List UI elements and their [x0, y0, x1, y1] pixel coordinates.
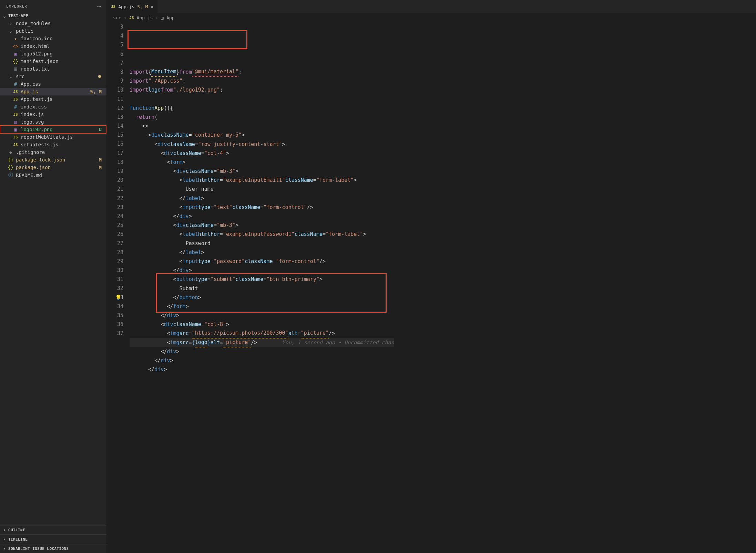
project-section-header[interactable]: ⌄ TEST-APP — [0, 12, 106, 20]
git-status-badge: 5, M — [90, 89, 104, 94]
git-icon: ◆ — [8, 149, 14, 155]
chevron-right-icon: › — [8, 21, 14, 26]
file-item[interactable]: {}manifest.json — [0, 58, 106, 65]
code-line[interactable]: </div> — [130, 311, 394, 320]
file-item[interactable]: ★favicon.ico — [0, 35, 106, 42]
code-area[interactable]: import { MenuItem } from "@mui/material"… — [130, 22, 408, 553]
code-line[interactable]: return ( — [130, 113, 394, 122]
code-line[interactable]: </div> — [130, 347, 394, 356]
code-line[interactable] — [130, 95, 394, 104]
line-number: 16 — [117, 139, 123, 148]
code-line[interactable]: </div> — [130, 356, 394, 365]
code-line[interactable]: </button> — [130, 293, 394, 302]
file-item[interactable]: JSindex.js — [0, 111, 106, 118]
code-line[interactable]: <input type="text" className="form-contr… — [130, 203, 394, 212]
file-item[interactable]: JSApp.test.js — [0, 95, 106, 103]
code-line[interactable]: <div className="row justify-content-star… — [130, 140, 394, 149]
git-status-badge: U — [99, 127, 104, 132]
breadcrumb-symbol[interactable]: App — [166, 15, 174, 20]
file-item[interactable]: {}package.jsonM — [0, 164, 106, 171]
tab-app-js[interactable]: JS App.js 5, M ✕ — [107, 0, 158, 13]
line-number: 25 — [117, 221, 123, 230]
folder-item[interactable]: ⌄src — [0, 73, 106, 80]
line-number: 12 — [117, 104, 123, 113]
file-item[interactable]: ≣robots.txt — [0, 65, 106, 73]
tree-item-label: index.html — [21, 43, 104, 49]
close-icon[interactable]: ✕ — [151, 4, 154, 9]
line-number: 14 — [117, 122, 123, 131]
file-item[interactable]: ▣logo512.png — [0, 50, 106, 58]
file-item[interactable]: <>index.html — [0, 42, 106, 50]
file-item[interactable]: #index.css — [0, 103, 106, 111]
line-number: 20 — [117, 176, 123, 185]
bottom-sections: ›OUTLINE›TIMELINE›SONARLINT ISSUE LOCATI… — [0, 525, 106, 553]
json-icon: {} — [8, 165, 14, 170]
file-item[interactable]: ◆.gitignore — [0, 148, 106, 156]
code-line[interactable]: User name — [130, 185, 394, 194]
code-line[interactable]: <img src="https://picsum.photos/200/300"… — [130, 329, 394, 338]
code-line[interactable]: Password — [130, 239, 394, 248]
file-item[interactable]: JSsetupTests.js — [0, 141, 106, 148]
chevron-down-icon: ⌄ — [8, 29, 14, 33]
code-line[interactable]: function App() { — [130, 104, 394, 113]
lightbulb-icon[interactable]: 💡 — [115, 293, 122, 302]
tree-item-label: .gitignore — [16, 149, 104, 155]
code-line[interactable]: <form> — [130, 158, 394, 167]
file-item[interactable]: ⓘREADME.md — [0, 171, 106, 179]
file-item[interactable]: ▣logo192.pngU — [0, 126, 106, 133]
js-icon: JS — [12, 135, 19, 139]
sidebar-section-sonarlint-issue-locations[interactable]: ›SONARLINT ISSUE LOCATIONS — [0, 544, 106, 553]
code-line[interactable]: </label> — [130, 194, 394, 203]
code-line[interactable]: <div className="mb-3"> — [130, 167, 394, 176]
code-line[interactable]: </label> — [130, 248, 394, 257]
code-line[interactable]: </div> — [130, 266, 394, 275]
sidebar-section-timeline[interactable]: ›TIMELINE — [0, 534, 106, 544]
js-icon: JS — [111, 4, 115, 9]
code-line[interactable]: </div> — [130, 365, 394, 374]
folder-item[interactable]: ⌄public — [0, 27, 106, 35]
line-number: 35 — [117, 311, 123, 320]
code-line[interactable]: <div className="mb-3"> — [130, 221, 394, 230]
sidebar-section-outline[interactable]: ›OUTLINE — [0, 525, 106, 534]
code-line[interactable]: import logo from "./logo192.png"; — [130, 85, 394, 94]
line-number: 19 — [117, 167, 123, 176]
explorer-more-icon[interactable]: ⋯ — [97, 3, 102, 10]
file-item[interactable]: ▧logo.svg — [0, 118, 106, 126]
chevron-down-icon: ⌄ — [8, 74, 14, 79]
tree-item-label: manifest.json — [21, 59, 104, 64]
explorer-sidebar: EXPLORER ⋯ ⌄ TEST-APP ›node_modules⌄publ… — [0, 0, 107, 553]
line-number: 9 — [117, 76, 123, 85]
breadcrumb[interactable]: src › JS App.js › ◫ App — [107, 13, 756, 22]
explorer-title: EXPLORER — [6, 4, 27, 9]
file-item[interactable]: JSreportWebVitals.js — [0, 133, 106, 141]
code-line[interactable]: </form> — [130, 302, 394, 311]
code-line[interactable]: import "./App.css"; — [130, 76, 394, 85]
breadcrumb-file[interactable]: App.js — [137, 15, 153, 20]
code-line[interactable]: <img src={logo} alt="picture" /> You, 1 … — [130, 338, 394, 347]
code-line[interactable]: <div className="container my-5"> — [130, 131, 394, 139]
file-item[interactable]: #App.css — [0, 80, 106, 88]
file-item[interactable]: {}package-lock.jsonM — [0, 156, 106, 164]
code-line[interactable]: <input type="password" className="form-c… — [130, 257, 394, 266]
folder-item[interactable]: ›node_modules — [0, 20, 106, 27]
code-editor[interactable]: 3456789101112131415161718192021222324252… — [107, 22, 756, 553]
code-line[interactable]: <div className="col-4"> — [130, 149, 394, 158]
dirty-dot-icon — [98, 75, 101, 78]
code-line[interactable]: </div> — [130, 212, 394, 221]
code-line[interactable]: <button type="submit" className="btn btn… — [130, 275, 394, 284]
code-line[interactable] — [130, 374, 394, 383]
git-blame-annotation: You, 1 second ago • Uncommitted chan — [282, 338, 394, 347]
file-item[interactable]: JSApp.js5, M — [0, 88, 106, 95]
code-line[interactable]: <label htmlFor="exampleInputPassword1" c… — [130, 230, 394, 239]
code-line[interactable]: import { MenuItem } from "@mui/material"… — [130, 67, 394, 76]
code-line[interactable]: <div className="col-8"> — [130, 320, 394, 329]
code-line[interactable]: <> — [130, 122, 394, 131]
line-number: 27 — [117, 239, 123, 248]
breadcrumb-src[interactable]: src — [113, 15, 121, 20]
line-number: 36 — [117, 320, 123, 329]
code-line[interactable]: <label htmlFor="exampleInputEmail1" clas… — [130, 176, 394, 185]
project-name: TEST-APP — [8, 13, 28, 18]
line-number: 30 — [117, 266, 123, 275]
tree-item-label: package-lock.json — [16, 157, 97, 163]
code-line[interactable]: Submit — [130, 284, 394, 293]
